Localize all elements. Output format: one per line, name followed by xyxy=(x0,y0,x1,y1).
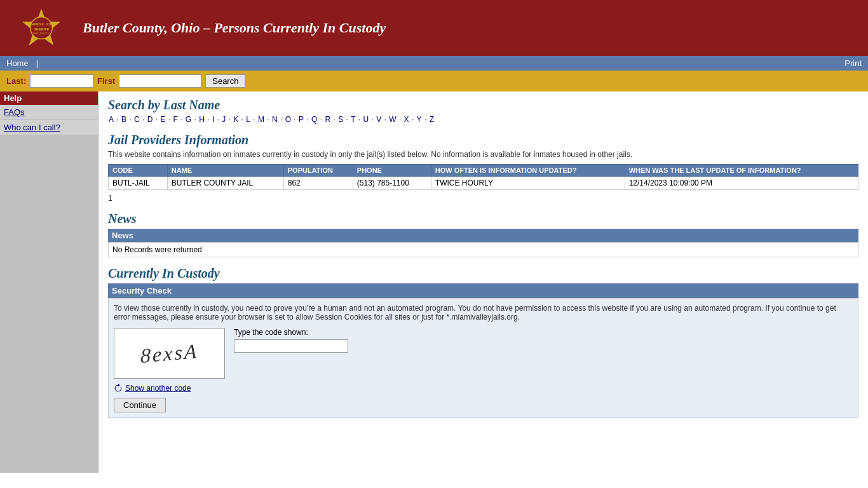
nav-bar: Home | Print xyxy=(0,56,868,71)
table-cell: BUTL-JAIL xyxy=(109,177,168,190)
jail-providers-title: Jail Providers Information xyxy=(108,133,858,147)
alpha-link-P[interactable]: P xyxy=(299,115,304,124)
nav-divider: | xyxy=(36,58,38,68)
alpha-link-E[interactable]: E xyxy=(160,115,165,124)
main-layout: Help FAQs Who can I call? Search by Last… xyxy=(0,92,868,473)
alpha-link-Q[interactable]: Q xyxy=(311,115,317,124)
alpha-link-C[interactable]: C xyxy=(134,115,140,124)
sidebar-help-heading: Help xyxy=(0,92,98,105)
captcha-image: 8exsA xyxy=(114,328,225,379)
captcha-right: Type the code shown: xyxy=(234,328,348,353)
alpha-link-L[interactable]: L xyxy=(246,115,250,124)
alpha-link-O[interactable]: O xyxy=(285,115,291,124)
home-link[interactable]: Home xyxy=(6,58,29,68)
alpha-link-T[interactable]: T xyxy=(351,115,355,124)
content-area: Search by Last Name A · B · C · D · E · … xyxy=(98,92,868,424)
sidebar: Help FAQs Who can I call? xyxy=(0,92,98,473)
sidebar-item-who-call[interactable]: Who can I call? xyxy=(0,120,98,135)
table-header-row: CODE NAME POPULATION PHONE HOW OFTEN IS … xyxy=(109,165,858,177)
alpha-link-I[interactable]: I xyxy=(212,115,214,124)
alpha-link-K[interactable]: K xyxy=(233,115,238,124)
logo-area: RICHARD K. JONES SHERIFF BUTLER CO. xyxy=(6,5,76,51)
news-header-label: News xyxy=(108,229,858,242)
alpha-link-W[interactable]: W xyxy=(389,115,396,124)
alpha-link-D[interactable]: D xyxy=(147,115,153,124)
col-phone: PHONE xyxy=(353,165,431,177)
jail-table-body: BUTL-JAILBUTLER COUNTY JAIL862(513) 785-… xyxy=(109,177,858,190)
first-name-input[interactable] xyxy=(119,74,201,88)
last-name-input[interactable] xyxy=(30,74,93,88)
alpha-link-N[interactable]: N xyxy=(272,115,278,124)
table-cell: 862 xyxy=(283,177,353,190)
show-another-label[interactable]: Show another code xyxy=(125,384,191,393)
jail-providers-table: CODE NAME POPULATION PHONE HOW OFTEN IS … xyxy=(108,164,858,190)
table-cell: TWICE HOURLY xyxy=(431,177,625,190)
jail-providers-desc: This website contains information on inm… xyxy=(108,150,858,159)
search-bar: Last: First Search xyxy=(0,71,868,92)
col-code: CODE xyxy=(109,165,168,177)
security-check-container: Security Check To view those currently i… xyxy=(108,283,858,418)
first-name-label: First xyxy=(97,76,115,86)
alpha-link-R[interactable]: R xyxy=(325,115,330,124)
security-check-header: Security Check xyxy=(108,283,858,298)
table-cell: (513) 785-1100 xyxy=(353,177,431,190)
refresh-icon xyxy=(114,384,123,393)
search-button[interactable]: Search xyxy=(205,74,245,88)
footer: MONTGOMERY ©2001- 2023 Board of County C… xyxy=(0,479,868,488)
captcha-label: Type the code shown: xyxy=(234,328,348,337)
col-name: NAME xyxy=(167,165,283,177)
captcha-input[interactable] xyxy=(234,339,348,353)
alpha-link-S[interactable]: S xyxy=(338,115,343,124)
alpha-link-J[interactable]: J xyxy=(222,115,226,124)
sheriff-badge: RICHARD K. JONES SHERIFF BUTLER CO. xyxy=(18,5,64,51)
captcha-text: 8exsA xyxy=(140,339,198,368)
page-header: RICHARD K. JONES SHERIFF BUTLER CO. Butl… xyxy=(0,0,868,56)
continue-button[interactable]: Continue xyxy=(114,398,166,412)
nav-links: Home | xyxy=(6,58,41,68)
alpha-link-Y[interactable]: Y xyxy=(417,115,422,124)
show-another-code[interactable]: Show another code xyxy=(114,384,853,393)
news-no-records: No Records were returned xyxy=(112,245,202,254)
print-link[interactable]: Print xyxy=(844,58,862,68)
alpha-link-B[interactable]: B xyxy=(121,115,126,124)
alpha-link-V[interactable]: V xyxy=(376,115,381,124)
col-population: POPULATION xyxy=(283,165,353,177)
site-title: Butler County, Ohio – Persons Currently … xyxy=(83,20,386,36)
col-update-freq: HOW OFTEN IS INFORMATION UPDATED? xyxy=(431,165,625,177)
alpha-link-H[interactable]: H xyxy=(199,115,205,124)
captcha-area: 8exsA Type the code shown: xyxy=(114,328,853,379)
alphabet-links: A · B · C · D · E · F · G · H · I · J · … xyxy=(108,115,858,124)
table-footer-count: 1 xyxy=(108,193,858,204)
security-check-body: To view those currently in custody, you … xyxy=(108,298,858,418)
sidebar-item-faqs[interactable]: FAQs xyxy=(0,105,98,120)
alpha-link-U[interactable]: U xyxy=(363,115,369,124)
svg-text:SHERIFF: SHERIFF xyxy=(34,27,50,31)
last-name-label: Last: xyxy=(6,76,26,86)
svg-text:BUTLER CO.: BUTLER CO. xyxy=(33,32,50,35)
table-cell: BUTLER COUNTY JAIL xyxy=(167,177,283,190)
news-body: No Records were returned xyxy=(108,242,858,257)
alpha-link-G[interactable]: G xyxy=(186,115,191,124)
alpha-link-M[interactable]: M xyxy=(258,115,264,124)
table-row: BUTL-JAILBUTLER COUNTY JAIL862(513) 785-… xyxy=(109,177,858,190)
alpha-link-Z[interactable]: Z xyxy=(430,115,434,124)
col-last-update: WHEN WAS THE LAST UPDATE OF INFORMATION? xyxy=(625,165,858,177)
svg-text:RICHARD K. JONES: RICHARD K. JONES xyxy=(26,22,57,26)
alpha-link-X[interactable]: X xyxy=(404,115,409,124)
search-section-title: Search by Last Name xyxy=(108,98,858,112)
table-cell: 12/14/2023 10:09:00 PM xyxy=(625,177,858,190)
security-desc: To view those currently in custody, you … xyxy=(114,304,853,322)
news-title: News xyxy=(108,212,858,226)
alpha-link-A[interactable]: A xyxy=(109,115,114,124)
custody-title: Currently In Custody xyxy=(108,266,858,281)
alpha-link-F[interactable]: F xyxy=(173,115,177,124)
